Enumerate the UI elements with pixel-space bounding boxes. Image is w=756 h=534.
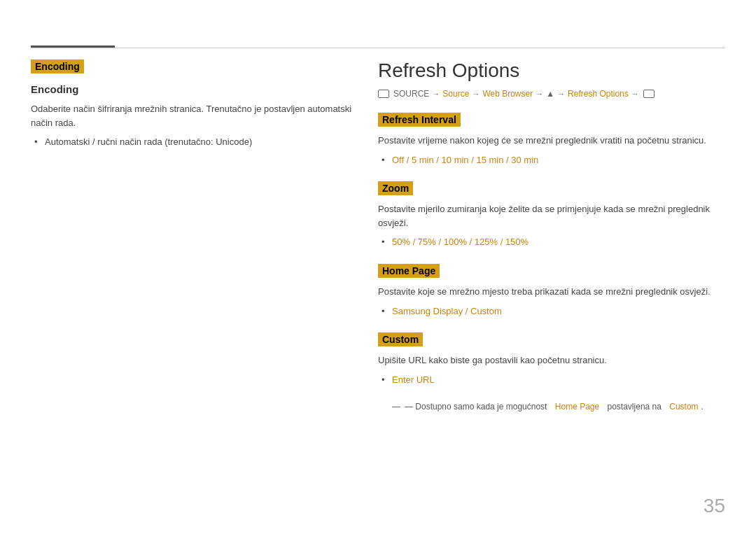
custom-note: — — Dostupno samo kada je mogućnost Home…	[392, 402, 725, 412]
home-page-description: Postavite koje se mrežno mjesto treba pr…	[378, 285, 725, 299]
home-page-bullet: Samsung Display / Custom	[392, 304, 725, 319]
refresh-interval-label: Refresh Interval	[378, 113, 461, 127]
zoom-label: Zoom	[378, 181, 413, 195]
source-icon	[378, 90, 389, 98]
encoding-section: Encoding Odaberite način šifriranja mrež…	[31, 83, 353, 150]
custom-bullet-list: Enter URL	[392, 373, 725, 388]
note-custom-link: Custom	[669, 402, 698, 412]
encoding-heading: Encoding	[31, 83, 353, 95]
breadcrumb-source-label: SOURCE	[393, 89, 429, 99]
note-home-page-link: Home Page	[555, 402, 599, 412]
refresh-interval-description: Postavite vrijeme nakon kojeg će se mrež…	[378, 134, 725, 148]
note-suffix: .	[701, 402, 704, 412]
breadcrumb-link3[interactable]: Refresh Options	[568, 89, 629, 99]
right-column: Refresh Options SOURCE → Source → Web Br…	[378, 59, 725, 426]
custom-section: Custom Upišite URL kako biste ga postavi…	[378, 332, 725, 411]
note-prefix: — Dostupno samo kada je mogućnost	[405, 402, 547, 412]
zoom-bullet-list: 50% / 75% / 100% / 125% / 150%	[392, 235, 725, 250]
home-page-options: Samsung Display / Custom	[392, 306, 502, 316]
custom-description: Upišite URL kako biste ga postavili kao …	[378, 353, 725, 367]
encoding-highlight-label: Encoding	[31, 59, 84, 73]
encoding-bullet-list: Automatski / ručni način rada (trenutačn…	[45, 135, 353, 150]
refresh-interval-section: Refresh Interval Postavite vrijeme nakon…	[378, 113, 725, 167]
note-dash: —	[392, 402, 400, 412]
page-title: Refresh Options	[378, 59, 725, 82]
breadcrumb-end-icon	[643, 90, 654, 98]
home-page-bullet-list: Samsung Display / Custom	[392, 304, 725, 319]
breadcrumb-arrow2: →	[472, 90, 479, 98]
breadcrumb-icon-up: ▲	[546, 89, 554, 99]
encoding-description: Odaberite način šifriranja mrežnih stran…	[31, 102, 353, 129]
breadcrumb-arrow3: →	[536, 90, 543, 98]
breadcrumb: SOURCE → Source → Web Browser → ▲ → Refr…	[378, 89, 725, 99]
zoom-description: Postavite mjerilo zumiranja koje želite …	[378, 202, 725, 230]
encoding-bullet-item: Automatski / ručni način rada (trenutačn…	[45, 135, 353, 150]
home-page-section: Home Page Postavite koje se mrežno mjest…	[378, 264, 725, 318]
breadcrumb-link1[interactable]: Source	[442, 89, 469, 99]
refresh-interval-bullet: Off / 5 min / 10 min / 15 min / 30 min	[392, 153, 725, 168]
custom-bullet: Enter URL	[392, 373, 725, 388]
refresh-interval-bullet-list: Off / 5 min / 10 min / 15 min / 30 min	[392, 153, 725, 168]
breadcrumb-arrow4: →	[557, 90, 565, 98]
refresh-interval-options: Off / 5 min / 10 min / 15 min / 30 min	[392, 155, 538, 165]
zoom-options: 50% / 75% / 100% / 125% / 150%	[392, 237, 528, 247]
custom-label: Custom	[378, 332, 423, 346]
top-divider	[31, 48, 725, 48]
page-number: 35	[704, 495, 725, 517]
zoom-section: Zoom Postavite mjerilo zumiranja koje že…	[378, 181, 725, 250]
breadcrumb-arrow5: →	[631, 90, 639, 98]
home-page-label: Home Page	[378, 264, 440, 278]
zoom-bullet: 50% / 75% / 100% / 125% / 150%	[392, 235, 725, 250]
left-column: Encoding Encoding Odaberite način šifrir…	[31, 59, 353, 164]
breadcrumb-arrow1: →	[432, 90, 440, 98]
breadcrumb-link2[interactable]: Web Browser	[482, 89, 533, 99]
note-middle: postavljena na	[608, 402, 662, 412]
custom-enter-url: Enter URL	[392, 374, 435, 385]
